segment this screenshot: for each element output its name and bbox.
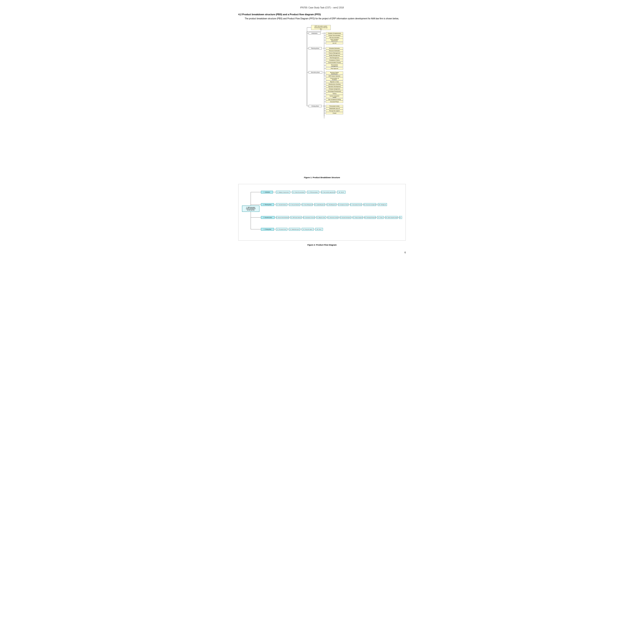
svg-text:ERP Vendor Selection: ERP Vendor Selection (329, 75, 340, 77)
svg-text:1.3 - PID documentation: 1.3 - PID documentation (308, 192, 318, 193)
svg-text:Acceptance Criteria: Acceptance Criteria (329, 59, 340, 61)
svg-text:testing: testing (333, 97, 336, 98)
header-title: IFN700: Case Study Task (CST) – sem2 201… (300, 6, 344, 9)
pbs-svg: ERP information system development for A… (290, 24, 354, 174)
svg-text:Finance Management: Finance Management (329, 52, 340, 54)
svg-text:management: management (331, 65, 338, 67)
svg-text:Schedule Estimation: Schedule Estimation (329, 48, 340, 49)
svg-text:Risk Management: Risk Management (330, 57, 339, 58)
svg-text:Resource Estimation: Resource Estimation (329, 50, 340, 51)
svg-text:ERP information system: ERP information system (315, 26, 327, 27)
svg-text:1 - Initialization: 1 - Initialization (264, 192, 270, 193)
svg-text:2.1 - Schedule Estimation: 2.1 - Schedule Estimation (277, 204, 287, 205)
svg-text:0 - ERP information: 0 - ERP information (246, 207, 255, 208)
svg-text:3 - Execution phase: 3 - Execution phase (263, 217, 272, 218)
svg-text:2.7 - Communication Process: 2.7 - Communication Process (350, 204, 361, 205)
pfd-diagram: 0 - ERP information system development f… (238, 184, 406, 241)
svg-text:3.7 - Change management: 3.7 - Change management (353, 217, 363, 218)
svg-text:Identification: Identification (331, 73, 338, 74)
svg-text:Stakeholder sign off: Stakeholder sign off (329, 108, 340, 109)
pfd-svg: 0 - ERP information system development f… (242, 187, 402, 237)
svg-text:3.4 - Migration of data: 3.4 - Migration of data (317, 217, 325, 218)
svg-text:3.8 - Technology Development: 3.8 - Technology Development (365, 217, 376, 218)
svg-text:Post project review: Post project review (330, 105, 339, 107)
pbs-diagram: ERP information system development for A… (238, 24, 406, 174)
svg-text:Closing phase: Closing phase (311, 105, 319, 107)
svg-text:M4 - Closed: M4 - Closed (317, 229, 321, 230)
svg-text:firm: firm (320, 28, 322, 30)
page-header: IFN700: Case Study Task (CST) – sem2 201… (238, 6, 406, 9)
svg-text:kick off: kick off (333, 43, 336, 44)
svg-text:Executed Phase: Executed Phase (330, 101, 339, 102)
svg-text:2.8 - Procurement management: 2.8 - Procurement management (364, 204, 376, 205)
svg-text:4.3 - Post go-live support: 4.3 - Post go-live support (303, 229, 313, 230)
figure2-caption: Figure 2: Product Flow Diagram (238, 244, 406, 246)
svg-text:4 - Closing phase: 4 - Closing phase (264, 229, 271, 230)
svg-text:1.4 - Team members appointment: 1.4 - Team members appointment (321, 192, 335, 193)
section-title: 4.2 Product breakdown structure (PBS) an… (238, 13, 406, 16)
svg-text:appointment: appointment (331, 40, 338, 41)
svg-text:1.2 - Charter Documentation: 1.2 - Charter Documentation (293, 192, 305, 193)
svg-text:functions: functions (332, 79, 337, 80)
svg-text:Infrastructure checking: Infrastructure checking (328, 84, 340, 85)
svg-text:3.11 - User acceptance testing: 3.11 - User acceptance testing (399, 217, 402, 218)
svg-text:2 - Planning phase: 2 - Planning phase (263, 204, 272, 205)
svg-text:system development: system development (246, 208, 256, 209)
svg-text:3.6 - Operation Development: 3.6 - Operation Development (340, 217, 351, 218)
svg-text:for AAA law firm: for AAA law firm (247, 210, 255, 211)
svg-text:M2 - Plan Approval: M2 - Plan Approval (379, 204, 386, 205)
svg-text:Testing: Testing (333, 93, 336, 94)
svg-text:3.2 - ERP Vendor Selection: 3.2 - ERP Vendor Selection (291, 217, 301, 218)
svg-text:Quality Management: Quality Management (329, 55, 340, 56)
svg-text:2.5 - Risk Management: 2.5 - Risk Management (327, 204, 336, 205)
svg-text:M1 - Kick off: M1 - Kick off (339, 192, 344, 193)
svg-text:2.3 - Finance Management: 2.3 - Finance Management (302, 204, 313, 205)
svg-text:3.3 - Customization of functio: 3.3 - Customization of functions (303, 217, 314, 218)
svg-text:Planning phase: Planning phase (311, 48, 319, 49)
svg-text:3.5 - Infrastructure checking: 3.5 - Infrastructure checking (328, 217, 338, 218)
svg-text:Post go-live support: Post go-live support (329, 110, 340, 111)
svg-text:Initialization: Initialization (311, 33, 318, 34)
svg-text:2.4 - Quality Management: 2.4 - Quality Management (315, 204, 325, 205)
page-number: 6 (238, 251, 406, 254)
svg-text:Change management: Change management (329, 88, 340, 90)
svg-text:3.10 - System integration test: 3.10 - System integration testing (386, 217, 397, 218)
svg-text:Analysis of requirements: Analysis of requirements (328, 33, 341, 34)
figure1-caption: Figure 1: Product Breakdown Structure (238, 176, 406, 179)
svg-text:Technology Development: Technology Development (328, 91, 341, 92)
svg-text:Operation Development: Operation Development (328, 86, 341, 87)
svg-text:4.1 - Post project review: 4.1 - Post project review (277, 229, 286, 230)
svg-text:2.2 - Resource Estimation: 2.2 - Resource Estimation (290, 204, 299, 205)
intro-text: The product breakdown structure (PBS) an… (245, 17, 406, 20)
svg-text:1.1 - Analysis of requirements: 1.1 - Analysis of requirements (277, 192, 289, 193)
svg-text:User acceptance testing: User acceptance testing (328, 99, 341, 100)
svg-text:PID documentation: PID documentation (330, 37, 340, 38)
svg-text:Plan Approval: Plan Approval (331, 68, 338, 69)
svg-text:4.2 - Stakeholder sign off: 4.2 - Stakeholder sign off (290, 229, 299, 230)
svg-text:Charter Documentation: Charter Documentation (328, 35, 341, 36)
svg-text:Execution phase: Execution phase (311, 72, 320, 73)
svg-text:Migration of data: Migration of data (330, 81, 339, 82)
svg-text:Communication Process: Communication Process (328, 62, 341, 63)
svg-text:Closed: Closed (333, 112, 336, 114)
page: IFN700: Case Study Task (CST) – sem2 201… (225, 0, 419, 260)
svg-text:2.6 - Acceptance Criteria: 2.6 - Acceptance Criteria (339, 204, 348, 205)
svg-text:3.1 - Business Needs Identific: 3.1 - Business Needs Identification (276, 217, 289, 218)
svg-text:3.9 - Testing: 3.9 - Testing (378, 217, 383, 218)
